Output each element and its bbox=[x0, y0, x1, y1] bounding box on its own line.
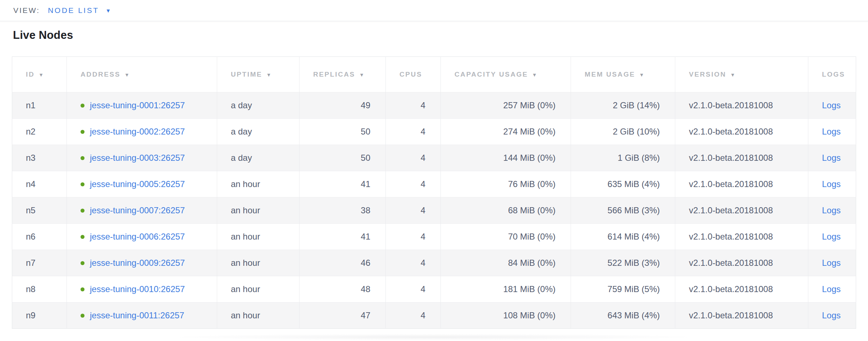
mem-usage-cell: 643 MiB (4%) bbox=[571, 303, 675, 329]
logs-link[interactable]: Logs bbox=[822, 205, 841, 215]
table-row: n8 jesse-tuning-0010:26257 an hour 48 4 … bbox=[12, 276, 856, 303]
logs-cell: Logs bbox=[808, 171, 856, 197]
column-header-capacity-usage[interactable]: CAPACITY USAGE▼ bbox=[441, 57, 571, 92]
logs-link[interactable]: Logs bbox=[822, 153, 841, 163]
logs-link[interactable]: Logs bbox=[822, 258, 841, 268]
logs-cell: Logs bbox=[808, 197, 856, 224]
uptime-cell: an hour bbox=[217, 303, 300, 329]
node-address-cell: jesse-tuning-0010:26257 bbox=[67, 276, 217, 303]
view-dropdown-value: NODE LIST bbox=[48, 6, 99, 15]
node-address-cell: jesse-tuning-0005:26257 bbox=[67, 171, 217, 197]
version-cell: v2.1.0-beta.20181008 bbox=[675, 250, 808, 276]
uptime-cell: an hour bbox=[217, 250, 300, 276]
node-address-link[interactable]: jesse-tuning-0011:26257 bbox=[90, 310, 184, 320]
logs-cell: Logs bbox=[808, 224, 856, 250]
table-row: n5 jesse-tuning-0007:26257 an hour 38 4 … bbox=[12, 197, 856, 224]
node-live-status-icon bbox=[81, 182, 84, 186]
section-shadow bbox=[164, 334, 704, 340]
replicas-cell: 41 bbox=[300, 224, 386, 250]
column-header-cpus: CPUS bbox=[386, 57, 441, 92]
column-header-address[interactable]: ADDRESS▼ bbox=[67, 57, 217, 92]
capacity-usage-cell: 181 MiB (0%) bbox=[441, 276, 571, 303]
table-row: n2 jesse-tuning-0002:26257 a day 50 4 27… bbox=[12, 119, 856, 145]
uptime-cell: an hour bbox=[217, 276, 300, 303]
table-row: n3 jesse-tuning-0003:26257 a day 50 4 14… bbox=[12, 145, 856, 171]
mem-usage-cell: 759 MiB (5%) bbox=[571, 276, 675, 303]
table-header-row: ID▼ ADDRESS▼ UPTIME▼ REPLICAS▼ CPUS CAPA… bbox=[12, 57, 856, 92]
live-nodes-table: ID▼ ADDRESS▼ UPTIME▼ REPLICAS▼ CPUS CAPA… bbox=[12, 56, 856, 329]
column-header-mem-usage[interactable]: MEM USAGE▼ bbox=[571, 57, 675, 92]
table-row: n7 jesse-tuning-0009:26257 an hour 46 4 … bbox=[12, 250, 856, 276]
logs-link[interactable]: Logs bbox=[822, 310, 841, 320]
replicas-cell: 49 bbox=[300, 92, 386, 119]
cpus-cell: 4 bbox=[386, 303, 441, 329]
replicas-cell: 50 bbox=[300, 145, 386, 171]
capacity-usage-cell: 84 MiB (0%) bbox=[441, 250, 571, 276]
logs-cell: Logs bbox=[808, 276, 856, 303]
sort-arrow-icon: ▼ bbox=[124, 72, 129, 78]
view-dropdown[interactable]: NODE LIST ▼ bbox=[48, 6, 111, 15]
logs-link[interactable]: Logs bbox=[822, 127, 841, 136]
version-cell: v2.1.0-beta.20181008 bbox=[675, 197, 808, 224]
capacity-usage-cell: 274 MiB (0%) bbox=[441, 119, 571, 145]
uptime-cell: a day bbox=[217, 145, 300, 171]
node-live-status-icon bbox=[81, 314, 84, 318]
logs-link[interactable]: Logs bbox=[822, 179, 841, 189]
mem-usage-cell: 1 GiB (8%) bbox=[571, 145, 675, 171]
node-address-link[interactable]: jesse-tuning-0006:26257 bbox=[90, 232, 185, 241]
node-address-cell: jesse-tuning-0002:26257 bbox=[67, 119, 217, 145]
cpus-cell: 4 bbox=[386, 224, 441, 250]
node-address-cell: jesse-tuning-0009:26257 bbox=[67, 250, 217, 276]
node-address-link[interactable]: jesse-tuning-0002:26257 bbox=[90, 127, 185, 136]
node-address-link[interactable]: jesse-tuning-0005:26257 bbox=[90, 179, 185, 189]
column-header-replicas[interactable]: REPLICAS▼ bbox=[300, 57, 386, 92]
capacity-usage-cell: 76 MiB (0%) bbox=[441, 171, 571, 197]
page-title: Live Nodes bbox=[13, 29, 868, 42]
replicas-cell: 46 bbox=[300, 250, 386, 276]
node-address-cell: jesse-tuning-0001:26257 bbox=[67, 92, 217, 119]
column-header-id[interactable]: ID▼ bbox=[12, 57, 67, 92]
mem-usage-cell: 566 MiB (3%) bbox=[571, 197, 675, 224]
logs-link[interactable]: Logs bbox=[822, 232, 841, 241]
capacity-usage-cell: 70 MiB (0%) bbox=[441, 224, 571, 250]
logs-link[interactable]: Logs bbox=[822, 284, 841, 294]
column-header-uptime[interactable]: UPTIME▼ bbox=[217, 57, 300, 92]
logs-cell: Logs bbox=[808, 250, 856, 276]
view-label: VIEW: bbox=[13, 6, 40, 15]
cpus-cell: 4 bbox=[386, 145, 441, 171]
logs-cell: Logs bbox=[808, 92, 856, 119]
node-address-link[interactable]: jesse-tuning-0007:26257 bbox=[90, 205, 185, 215]
replicas-cell: 50 bbox=[300, 119, 386, 145]
replicas-cell: 47 bbox=[300, 303, 386, 329]
version-cell: v2.1.0-beta.20181008 bbox=[675, 224, 808, 250]
sort-arrow-icon: ▼ bbox=[38, 72, 44, 78]
column-header-logs: LOGS bbox=[808, 57, 856, 92]
capacity-usage-cell: 68 MiB (0%) bbox=[441, 197, 571, 224]
uptime-cell: an hour bbox=[217, 197, 300, 224]
node-address-cell: jesse-tuning-0007:26257 bbox=[67, 197, 217, 224]
mem-usage-cell: 522 MiB (3%) bbox=[571, 250, 675, 276]
sort-arrow-icon: ▼ bbox=[730, 72, 735, 78]
node-live-status-icon bbox=[81, 261, 84, 265]
logs-cell: Logs bbox=[808, 303, 856, 329]
logs-link[interactable]: Logs bbox=[822, 100, 841, 110]
node-address-link[interactable]: jesse-tuning-0001:26257 bbox=[90, 100, 185, 110]
logs-cell: Logs bbox=[808, 119, 856, 145]
view-selector-bar: VIEW: NODE LIST ▼ bbox=[0, 0, 868, 21]
column-header-version[interactable]: VERSION▼ bbox=[675, 57, 808, 92]
chevron-down-icon: ▼ bbox=[105, 8, 111, 13]
table-row: n6 jesse-tuning-0006:26257 an hour 41 4 … bbox=[12, 224, 856, 250]
sort-arrow-icon: ▼ bbox=[639, 72, 644, 78]
node-id-cell: n9 bbox=[12, 303, 67, 329]
mem-usage-cell: 635 MiB (4%) bbox=[571, 171, 675, 197]
node-id-cell: n4 bbox=[12, 171, 67, 197]
node-address-link[interactable]: jesse-tuning-0003:26257 bbox=[90, 153, 185, 163]
node-address-link[interactable]: jesse-tuning-0010:26257 bbox=[90, 284, 185, 294]
version-cell: v2.1.0-beta.20181008 bbox=[675, 119, 808, 145]
node-id-cell: n2 bbox=[12, 119, 67, 145]
live-nodes-table-container: ID▼ ADDRESS▼ UPTIME▼ REPLICAS▼ CPUS CAPA… bbox=[12, 56, 856, 340]
cpus-cell: 4 bbox=[386, 119, 441, 145]
node-address-link[interactable]: jesse-tuning-0009:26257 bbox=[90, 258, 185, 268]
node-address-cell: jesse-tuning-0011:26257 bbox=[67, 303, 217, 329]
uptime-cell: a day bbox=[217, 92, 300, 119]
